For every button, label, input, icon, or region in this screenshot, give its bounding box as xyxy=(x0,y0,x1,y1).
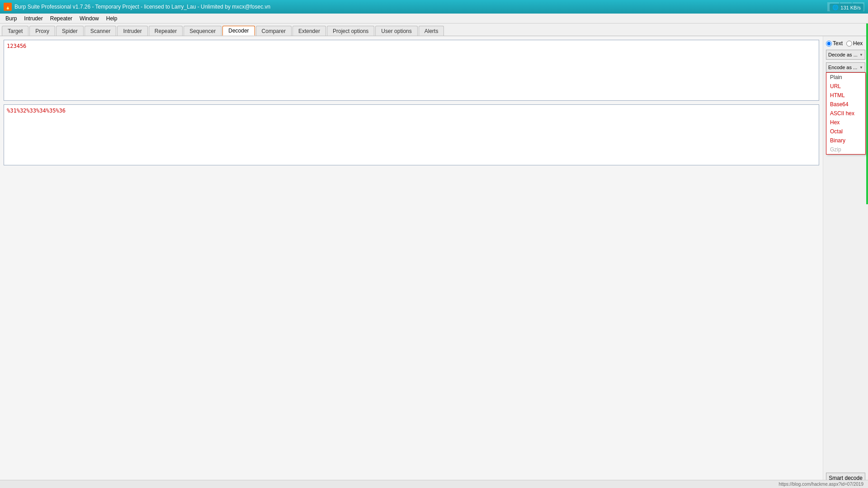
title-text: Burp Suite Professional v1.7.26 - Tempor… xyxy=(14,4,270,10)
decode-as-label: Decode as ... xyxy=(828,52,858,57)
option-octal[interactable]: Octal xyxy=(826,127,865,136)
network-speed: 131 KB/s xyxy=(840,5,861,10)
main-content: 123456 %31%32%33%34%35%36 Text Hex ? Dec… xyxy=(0,36,868,488)
tab-target[interactable]: Target xyxy=(2,26,28,36)
menu-window[interactable]: Window xyxy=(76,14,103,23)
network-icon: 🌐 xyxy=(832,5,839,10)
output-area: %31%32%33%34%35%36 xyxy=(4,104,819,165)
decode-as-button[interactable]: Decode as ... ▼ xyxy=(826,50,865,60)
tab-extender[interactable]: Extender xyxy=(292,26,326,36)
text-radio-text: Text xyxy=(833,40,843,47)
status-bar: https://blog.com/hackme.aspx?id=07/2019 xyxy=(0,480,868,488)
option-hex[interactable]: Hex xyxy=(826,118,865,127)
option-url[interactable]: URL xyxy=(826,82,865,91)
encode-as-button[interactable]: Encode as ... ▼ xyxy=(826,62,865,72)
input-area: 123456 xyxy=(4,40,819,101)
tab-spider[interactable]: Spider xyxy=(56,26,84,36)
hex-radio-label[interactable]: Hex xyxy=(846,40,863,47)
encode-as-label: Encode as ... xyxy=(828,65,857,70)
encode-dropdown-menu: Plain URL HTML Base64 ASCII hex Hex Octa… xyxy=(826,72,866,155)
tab-comparer[interactable]: Comparer xyxy=(256,26,292,36)
tab-alerts[interactable]: Alerts xyxy=(419,26,444,36)
title-bar-left: 🔥 Burp Suite Professional v1.7.26 - Temp… xyxy=(4,3,270,11)
option-base64[interactable]: Base64 xyxy=(826,100,865,109)
tab-intruder[interactable]: Intruder xyxy=(117,26,147,36)
hex-radio-text: Hex xyxy=(853,40,863,47)
tab-user-options[interactable]: User options xyxy=(375,26,417,36)
title-bar: 🔥 Burp Suite Professional v1.7.26 - Temp… xyxy=(0,0,868,14)
controls-panel: Text Hex ? Decode as ... ▼ Encode as ...… xyxy=(823,36,868,488)
menu-bar: Burp Intruder Repeater Window Help xyxy=(0,14,868,23)
network-indicator: 🌐 131 KB/s xyxy=(830,4,863,11)
tab-decoder[interactable]: Decoder xyxy=(222,26,255,36)
tab-project-options[interactable]: Project options xyxy=(327,26,374,36)
option-ascii-hex[interactable]: ASCII hex xyxy=(826,109,865,118)
option-gzip[interactable]: Gzip xyxy=(826,145,865,154)
option-binary[interactable]: Binary xyxy=(826,136,865,145)
tab-proxy[interactable]: Proxy xyxy=(29,26,55,36)
status-text: https://blog.com/hackme.aspx?id=07/2019 xyxy=(778,482,863,487)
menu-help[interactable]: Help xyxy=(103,14,121,23)
output-textarea[interactable]: %31%32%33%34%35%36 xyxy=(4,105,819,164)
menu-burp[interactable]: Burp xyxy=(2,14,20,23)
text-radio-label[interactable]: Text xyxy=(826,40,843,47)
option-html[interactable]: HTML xyxy=(826,91,865,100)
input-textarea[interactable]: 123456 xyxy=(4,40,819,99)
hex-radio[interactable] xyxy=(846,41,852,47)
tab-repeater[interactable]: Repeater xyxy=(149,26,183,36)
app-icon: 🔥 xyxy=(4,3,12,11)
tab-scanner[interactable]: Scanner xyxy=(85,26,117,36)
option-plain[interactable]: Plain xyxy=(826,73,865,82)
menu-repeater[interactable]: Repeater xyxy=(47,14,76,23)
menu-intruder[interactable]: Intruder xyxy=(20,14,46,23)
decode-as-arrow: ▼ xyxy=(859,53,863,57)
encode-as-arrow: ▼ xyxy=(859,66,863,70)
tab-bar: Target Proxy Spider Scanner Intruder Rep… xyxy=(0,23,868,36)
tab-sequencer[interactable]: Sequencer xyxy=(184,26,222,36)
radio-group: Text Hex ? xyxy=(826,40,865,47)
decoder-panel: 123456 %31%32%33%34%35%36 xyxy=(0,36,823,488)
right-edge-bar xyxy=(866,23,868,204)
text-radio[interactable] xyxy=(826,41,832,47)
